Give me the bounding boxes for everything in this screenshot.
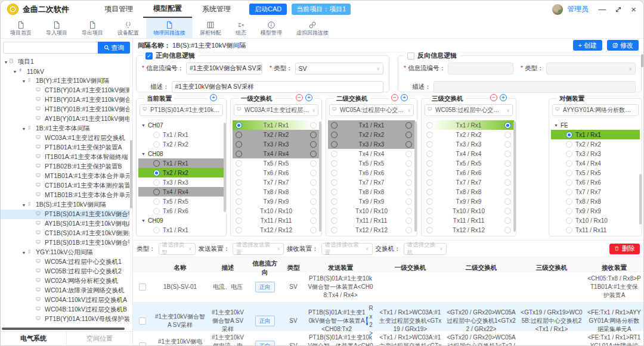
tree-node[interactable]: HT1B(Y)01B:#1主变110kV侧合智一体装置 [1, 105, 129, 114]
device-select[interactable]: WC03A:#1主变过程层交换机∨ [234, 104, 318, 116]
add-switch-icon[interactable]: + [210, 94, 217, 101]
tree-node[interactable]: WC04B:110kV过程层交换机B [1, 305, 129, 314]
port-radio-right[interactable] [405, 217, 412, 224]
tree-node[interactable]: CT1B(S)01A:#1主变10kV侧测控装置 [1, 229, 129, 238]
tree-node[interactable]: WC05B:过程层中心交换机2 [1, 267, 129, 276]
port-row[interactable]: Tx9 / Rx9 [233, 197, 320, 206]
port-radio-right[interactable] [405, 208, 412, 214]
port-radio-right[interactable] [405, 132, 412, 138]
port-radio-right[interactable] [405, 160, 412, 167]
port-row[interactable]: Tx10 / Rx10 [551, 216, 640, 225]
add-switch-icon[interactable]: + [305, 94, 312, 101]
tree-node[interactable]: ▼1B:#1主变本体间隔 [1, 124, 129, 133]
port-radio-left[interactable] [426, 217, 433, 224]
port-radio-right[interactable] [504, 198, 511, 205]
port-radio-right[interactable] [504, 227, 511, 233]
port-radio-right[interactable] [310, 170, 317, 176]
port-row[interactable]: Tx7 / Rx7 [551, 187, 640, 197]
remove-switch-icon[interactable]: − [296, 94, 303, 101]
port-row[interactable]: Tx10 / Rx10 [233, 206, 320, 216]
desc-input-rev[interactable] [434, 81, 636, 93]
port-radio[interactable] [566, 189, 572, 195]
port-radio-right[interactable] [405, 151, 412, 157]
port-row[interactable]: Tx7 / Rx7 [233, 177, 320, 187]
port-radio[interactable] [153, 189, 160, 195]
tree-node[interactable]: AY1B(S)01A:#1主变10kV侧电能表 [1, 219, 129, 229]
port-row[interactable]: Tx4 / Rx4 [233, 149, 320, 158]
port-radio[interactable] [566, 208, 572, 214]
port-radio[interactable] [566, 132, 572, 138]
port-radio[interactable] [153, 132, 160, 138]
type-select-rev[interactable]: ∨ [546, 63, 636, 74]
port-radio-left[interactable] [331, 217, 338, 224]
port-row[interactable]: Tx11 / Rx11 [233, 216, 320, 225]
port-row[interactable]: Tx9 / Rx9 [328, 197, 415, 206]
menu-tab-item[interactable]: 系统管理 [192, 1, 241, 18]
tree-node[interactable]: ▼1B(Y):#1主变110kV侧间隔 [1, 76, 129, 86]
launch-cad-button[interactable]: 启动CAD [249, 4, 287, 15]
port-radio-left[interactable] [331, 208, 338, 214]
flow-id-input-rev[interactable] [448, 63, 513, 74]
modify-button[interactable]: 修改 [607, 40, 639, 51]
port-radio[interactable] [566, 151, 572, 157]
row-checkbox[interactable] [139, 317, 146, 325]
panel-scrollbar[interactable] [513, 121, 516, 232]
toolbar-item[interactable]: 组态 [228, 18, 253, 38]
port-radio-left[interactable] [236, 132, 242, 138]
table-row[interactable]: 1B(S)-SV-01电流、电压正向SVPT1B(S)01A:#1主变10kV侧… [133, 272, 643, 303]
filter-select[interactable]: 请选择接收装置∨ [321, 243, 373, 255]
port-radio-right[interactable] [504, 170, 511, 176]
port-group-row[interactable]: ▼CH08 [138, 149, 224, 158]
tree-node[interactable]: HT1B(Y)01A:#1主变110kV侧合智一体装置 [1, 95, 129, 105]
tree-node[interactable]: ▼项目1 [1, 57, 129, 67]
toolbar-item[interactable]: 虚拟回路连接 [289, 18, 336, 38]
port-row[interactable]: Tx4 / Rx4 [328, 149, 415, 158]
port-radio-left[interactable] [236, 227, 242, 233]
port-row[interactable]: Tx10 / Rx10 [328, 206, 415, 216]
tree-node[interactable]: WC01A:故障录波网络交换机 [1, 286, 129, 295]
sidebar-tab[interactable]: 空间位置 [67, 332, 132, 345]
remove-switch-icon[interactable]: − [391, 94, 398, 101]
port-radio-left[interactable] [426, 132, 433, 138]
port-radio-right[interactable] [504, 189, 511, 195]
port-radio[interactable] [153, 208, 160, 214]
table-vertical-scrollbar[interactable] [641, 54, 643, 67]
port-row[interactable]: Tx8 / Rx8 [328, 187, 415, 197]
row-checkbox[interactable] [139, 342, 146, 345]
avatar[interactable] [552, 4, 563, 15]
tree-horizontal-scrollbar[interactable] [2, 328, 125, 330]
sidebar-tab[interactable]: 电气系统 [1, 332, 67, 345]
port-radio-right[interactable] [405, 122, 412, 129]
filter-select[interactable]: 请选择类型∨ [159, 243, 196, 255]
port-row[interactable]: Tx11 / Rx11 [423, 216, 514, 225]
tree-vertical-scrollbar[interactable] [130, 140, 132, 208]
port-radio-left[interactable] [426, 208, 433, 214]
tree-node[interactable]: PT1B01A:#1主变保护装置A [1, 143, 129, 152]
filter-select[interactable]: 请选择发送装置∨ [233, 243, 284, 255]
port-row[interactable]: Tx1 / Rx1 [138, 130, 224, 139]
port-row[interactable]: Tx11 / Rx11 [551, 225, 640, 234]
tree-search-input[interactable] [3, 42, 98, 54]
port-radio[interactable] [566, 170, 572, 176]
port-radio-left[interactable] [331, 179, 338, 186]
table-row[interactable]: #1主变10kV侧电流、电压#1主变10kV侧电流、电压正向SVPT1B(S)0… [133, 331, 643, 345]
port-radio-right[interactable] [504, 217, 511, 224]
add-switch-icon[interactable]: + [500, 94, 507, 101]
port-row[interactable]: Tx6 / Rx6 [233, 168, 320, 177]
port-radio-right[interactable] [310, 132, 317, 138]
port-row[interactable]: Tx1 / Rx1 [233, 120, 320, 130]
panel-scrollbar[interactable] [319, 121, 321, 232]
port-row[interactable]: Tx5 / Rx5 [138, 197, 224, 206]
port-row[interactable]: Tx4 / Rx4 [138, 187, 224, 197]
port-radio[interactable] [153, 227, 160, 233]
toolbar-item[interactable]: 设备配置 [110, 18, 146, 38]
port-radio-left[interactable] [236, 151, 242, 157]
port-radio-left[interactable] [331, 122, 338, 129]
port-radio-right[interactable] [504, 208, 511, 214]
desc-input[interactable]: #1主变10kV侧合智A SV采样 [172, 81, 384, 93]
group-expand-arrow[interactable]: ▼ [554, 123, 558, 127]
port-row[interactable]: Tx12 / Rx12 [233, 225, 320, 234]
panel-scrollbar[interactable] [224, 123, 226, 212]
type-select[interactable]: SV∨ [295, 63, 383, 74]
port-row[interactable]: Tx12 / Rx12 [423, 225, 514, 234]
